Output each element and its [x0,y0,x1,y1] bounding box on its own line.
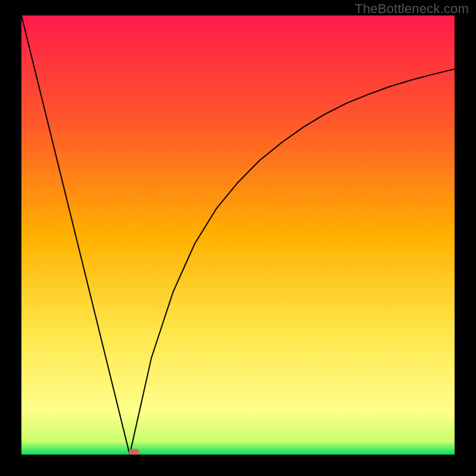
chart-frame: TheBottleneck.com [0,0,476,476]
attribution-label: TheBottleneck.com [355,1,469,17]
bottleneck-chart [21,15,455,455]
gradient-background [21,15,455,455]
optimum-marker [129,449,139,455]
